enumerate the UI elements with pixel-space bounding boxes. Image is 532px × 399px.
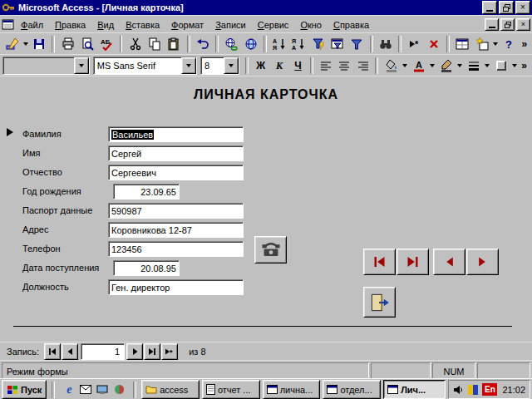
bold-button[interactable]: Ж: [252, 57, 269, 75]
mdi-close-button[interactable]: ×: [516, 18, 530, 31]
sort-ascending-button[interactable]: А Я: [270, 35, 288, 53]
start-button[interactable]: Пуск: [2, 380, 47, 399]
close-button[interactable]: ×: [515, 1, 530, 14]
hire-date-field[interactable]: 20.08.95: [113, 260, 180, 276]
font-color-button[interactable]: А: [409, 57, 428, 75]
insert-hyperlink-button[interactable]: [222, 35, 240, 53]
new-object-dropdown[interactable]: [491, 35, 499, 53]
combo-dropdown[interactable]: [224, 57, 239, 74]
menu-file[interactable]: Файл: [15, 17, 49, 32]
filter-by-form-button[interactable]: [328, 35, 347, 53]
outlook-icon[interactable]: [79, 383, 92, 397]
previous-record-icon: [444, 257, 455, 267]
copy-button[interactable]: [145, 35, 164, 53]
menu-window[interactable]: Окно: [294, 17, 328, 32]
menu-edit[interactable]: Правка: [49, 17, 91, 32]
firstname-field[interactable]: Сергей: [108, 145, 244, 161]
surname-field[interactable]: Васильев: [108, 126, 244, 142]
save-button[interactable]: [30, 35, 48, 53]
new-record-button[interactable]: *: [405, 35, 423, 53]
undo-button[interactable]: [194, 35, 212, 53]
toolbar-overflow-chevron[interactable]: »: [519, 38, 530, 50]
nav-first-button[interactable]: [44, 343, 61, 360]
menu-records[interactable]: Записи: [209, 17, 252, 32]
font-combo[interactable]: MS Sans Serif: [93, 57, 197, 75]
menu-format[interactable]: Формат: [165, 17, 209, 32]
fill-color-dropdown[interactable]: [401, 57, 408, 75]
nav-next-button[interactable]: [126, 343, 143, 360]
taskbar-clock[interactable]: 21:02: [502, 385, 525, 395]
font-size-combo[interactable]: 8: [200, 57, 239, 75]
first-record-button[interactable]: [363, 249, 396, 275]
underline-button[interactable]: Ч: [289, 57, 307, 75]
previous-record-button[interactable]: [433, 249, 466, 275]
channels-icon[interactable]: [112, 383, 126, 397]
phone-field[interactable]: 123456: [108, 241, 244, 257]
line-color-button[interactable]: [436, 57, 456, 75]
nav-previous-button[interactable]: [62, 343, 78, 360]
mdi-restore-button[interactable]: [500, 18, 515, 31]
mdi-minimize-button[interactable]: [485, 18, 499, 31]
database-window-button[interactable]: [453, 35, 471, 53]
print-button[interactable]: [58, 35, 76, 53]
task-access[interactable]: access: [141, 380, 200, 399]
combo-dropdown[interactable]: [181, 57, 196, 74]
delete-record-button[interactable]: [424, 35, 442, 53]
nav-new-record-button[interactable]: *: [161, 343, 178, 360]
paste-button[interactable]: [165, 35, 183, 53]
special-effect-button[interactable]: [491, 57, 510, 75]
form-system-icon[interactable]: [2, 18, 15, 32]
office-assistant-button[interactable]: ?: [500, 35, 518, 53]
view-button[interactable]: [2, 35, 22, 53]
nav-last-button[interactable]: [144, 343, 160, 360]
record-number-input[interactable]: [81, 343, 125, 360]
view-dropdown[interactable]: [22, 35, 29, 53]
sort-descending-button[interactable]: Я А: [289, 35, 308, 53]
task-form-2[interactable]: отдел...: [323, 380, 381, 399]
align-left-button[interactable]: [317, 57, 334, 75]
restore-button[interactable]: [499, 1, 514, 14]
align-center-button[interactable]: [336, 57, 353, 75]
fill-color-button[interactable]: [382, 57, 401, 75]
menu-tools[interactable]: Сервис: [252, 17, 295, 32]
minimize-button[interactable]: [482, 1, 497, 14]
volume-icon[interactable]: [453, 385, 464, 395]
line-color-dropdown[interactable]: [456, 57, 463, 75]
menu-insert[interactable]: Вставка: [120, 17, 165, 32]
next-record-button[interactable]: [466, 249, 499, 275]
combo-dropdown[interactable]: [74, 57, 89, 74]
italic-button[interactable]: К: [270, 57, 288, 75]
patronymic-field[interactable]: Сергеевич: [108, 165, 244, 180]
find-button[interactable]: [377, 35, 395, 53]
object-combo[interactable]: [2, 57, 90, 75]
task-report[interactable]: отчет ...: [202, 380, 260, 399]
birthdate-field[interactable]: 23.09.65: [113, 184, 180, 200]
apply-filter-button[interactable]: [347, 35, 366, 53]
border-width-button[interactable]: [464, 57, 483, 75]
special-effect-dropdown[interactable]: [510, 57, 518, 75]
menu-view[interactable]: Вид: [91, 17, 120, 32]
exit-button[interactable]: [363, 287, 396, 318]
cut-button[interactable]: [126, 35, 144, 53]
address-field[interactable]: Коровникова 12-87: [108, 222, 244, 238]
passport-field[interactable]: 590987: [108, 203, 244, 219]
toolbar-overflow-chevron[interactable]: »: [519, 60, 530, 71]
task-form-1[interactable]: лична...: [263, 380, 321, 399]
dial-button[interactable]: [254, 236, 287, 264]
print-preview-button[interactable]: [78, 35, 96, 53]
language-indicator[interactable]: En: [482, 383, 497, 396]
last-record-button[interactable]: [397, 249, 429, 275]
font-color-dropdown[interactable]: [428, 57, 436, 75]
new-object-button[interactable]: [472, 35, 491, 53]
border-width-dropdown[interactable]: [483, 57, 490, 75]
spelling-button[interactable]: АБ: [97, 35, 116, 53]
filter-by-selection-button[interactable]: [308, 35, 327, 53]
web-toolbar-button[interactable]: [241, 35, 259, 53]
position-field[interactable]: Ген. директор: [108, 279, 244, 295]
show-desktop-icon[interactable]: [96, 383, 109, 397]
menu-help[interactable]: Справка: [328, 17, 375, 32]
align-right-button[interactable]: [354, 57, 372, 75]
keyboard-indicator-icon[interactable]: [467, 384, 479, 396]
task-personal-card[interactable]: Лич...: [383, 380, 446, 399]
internet-explorer-icon[interactable]: e: [62, 383, 76, 397]
